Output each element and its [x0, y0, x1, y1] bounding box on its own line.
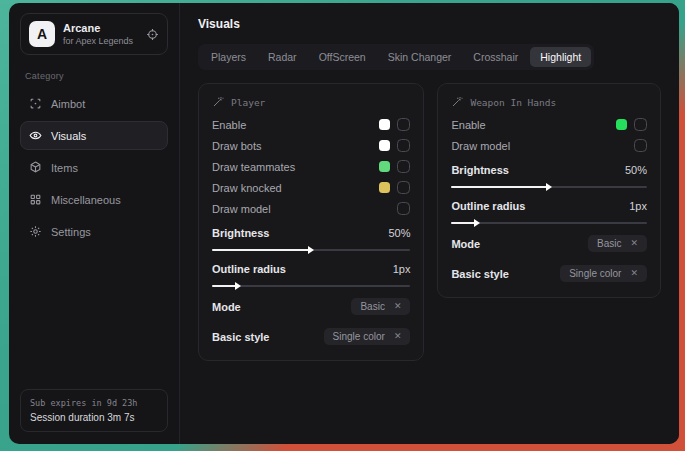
tag-row: Basic styleSingle color✕	[212, 326, 410, 347]
tag-row-label: Basic style	[212, 331, 269, 343]
slider-header: Brightness50%	[212, 224, 410, 241]
toggle-controls	[616, 118, 647, 131]
panel-title: Player	[231, 97, 265, 108]
tab-skin-changer[interactable]: Skin Changer	[378, 47, 462, 67]
tab-bar: PlayersRadarOffScreenSkin ChangerCrossha…	[198, 44, 594, 70]
slider-value: 50%	[625, 164, 647, 176]
checkbox[interactable]	[634, 118, 647, 131]
slider-track[interactable]	[212, 285, 410, 287]
checkbox[interactable]	[397, 202, 410, 215]
wand-icon	[451, 96, 463, 108]
main-content: Visuals PlayersRadarOffScreenSkin Change…	[180, 3, 679, 444]
tag-row: ModeBasic✕	[212, 296, 410, 317]
toggle-row: Draw knocked	[212, 177, 410, 198]
brand-text: Arcane for Apex Legends	[63, 23, 133, 46]
color-swatch[interactable]	[379, 182, 390, 193]
tag-value: Basic	[597, 238, 621, 249]
close-icon[interactable]: ✕	[394, 302, 402, 311]
toggle-label: Draw model	[212, 203, 271, 215]
tag-pill[interactable]: Single color✕	[324, 328, 411, 345]
tag-pill[interactable]: Basic✕	[351, 298, 410, 315]
slider-label: Brightness	[212, 227, 269, 239]
slider-section: Outline radius1px	[451, 197, 647, 224]
sidebar-item-items[interactable]: Items	[20, 153, 168, 182]
tag-value: Basic	[360, 301, 384, 312]
slider-track[interactable]	[451, 186, 647, 188]
sidebar-item-miscellaneous[interactable]: Miscellaneous	[20, 185, 168, 214]
wand-icon	[212, 96, 224, 108]
toggle-row: Draw model	[451, 135, 647, 156]
color-swatch[interactable]	[379, 119, 390, 130]
slider-track[interactable]	[212, 249, 410, 251]
app-subtitle: for Apex Legends	[63, 37, 133, 46]
sidebar-item-aimbot[interactable]: Aimbot	[20, 89, 168, 118]
sidebar-item-label: Visuals	[51, 130, 86, 142]
app-title: Arcane	[63, 23, 133, 34]
sub-expiry-text: Sub expires in 9d 23h	[30, 398, 158, 408]
color-swatch[interactable]	[379, 161, 390, 172]
checkbox[interactable]	[397, 118, 410, 131]
color-swatch[interactable]	[379, 140, 390, 151]
slider-thumb[interactable]	[474, 219, 480, 227]
toggle-label: Enable	[451, 119, 485, 131]
slider-thumb[interactable]	[308, 246, 314, 254]
close-icon[interactable]: ✕	[394, 332, 402, 341]
slider-section: Outline radius1px	[212, 260, 410, 287]
slider-section: Brightness50%	[212, 224, 410, 251]
desktop-background: { "desktop": { "teal_color": "#3aa58c", …	[0, 0, 685, 451]
close-icon[interactable]: ✕	[630, 239, 638, 248]
slider-header: Outline radius1px	[212, 260, 410, 277]
tag-row: ModeBasic✕	[451, 233, 647, 254]
toggle-row: Enable	[212, 114, 410, 135]
category-label: Category	[25, 71, 168, 81]
panel-player: PlayerEnableDraw botsDraw teammatesDraw …	[198, 83, 424, 361]
toggle-controls	[379, 139, 410, 152]
tag-value: Single color	[569, 268, 621, 279]
color-swatch[interactable]	[616, 119, 627, 130]
tag-pill[interactable]: Basic✕	[588, 235, 647, 252]
panels-row: PlayerEnableDraw botsDraw teammatesDraw …	[198, 83, 661, 361]
app-logo: A	[29, 21, 55, 47]
tab-offscreen[interactable]: OffScreen	[309, 47, 376, 67]
toggle-row: Enable	[451, 114, 647, 135]
slider-thumb[interactable]	[235, 282, 241, 290]
tag-row: Basic styleSingle color✕	[451, 263, 647, 284]
close-icon[interactable]: ✕	[630, 269, 638, 278]
checkbox[interactable]	[397, 181, 410, 194]
slider-value: 1px	[629, 200, 647, 212]
panel-header: Weapon In Hands	[451, 96, 647, 108]
slider-fill	[212, 249, 311, 251]
sidebar-item-label: Aimbot	[51, 98, 85, 110]
checkbox[interactable]	[397, 139, 410, 152]
sidebar-item-settings[interactable]: Settings	[20, 217, 168, 246]
session-card: Sub expires in 9d 23h Session duration 3…	[20, 389, 168, 432]
toggle-controls	[397, 202, 410, 215]
checkbox[interactable]	[397, 160, 410, 173]
tag-pill[interactable]: Single color✕	[560, 265, 647, 282]
slider-value: 50%	[388, 227, 410, 239]
slider-label: Outline radius	[212, 263, 286, 275]
tag-row-label: Basic style	[451, 268, 508, 280]
toggle-controls	[379, 118, 410, 131]
grid-icon	[29, 193, 42, 206]
toggle-row: Draw bots	[212, 135, 410, 156]
slider-header: Outline radius1px	[451, 197, 647, 214]
tag-row-label: Mode	[212, 301, 241, 313]
sidebar-item-visuals[interactable]: Visuals	[20, 121, 168, 150]
tab-players[interactable]: Players	[201, 47, 256, 67]
eye-icon	[29, 129, 42, 142]
toggle-label: Draw teammates	[212, 161, 295, 173]
app-window: A Arcane for Apex Legends Category Aimbo…	[9, 3, 679, 444]
tab-crosshair[interactable]: Crosshair	[463, 47, 528, 67]
slider-track[interactable]	[451, 222, 647, 224]
sidebar-item-label: Settings	[51, 226, 91, 238]
slider-label: Brightness	[451, 164, 508, 176]
tab-highlight[interactable]: Highlight	[530, 47, 591, 67]
slider-thumb[interactable]	[546, 183, 552, 191]
slider-value: 1px	[393, 263, 411, 275]
sidebar-item-label: Items	[51, 162, 78, 174]
target-icon[interactable]	[146, 28, 159, 41]
panel-title: Weapon In Hands	[470, 97, 556, 108]
tab-radar[interactable]: Radar	[258, 47, 307, 67]
checkbox[interactable]	[634, 139, 647, 152]
